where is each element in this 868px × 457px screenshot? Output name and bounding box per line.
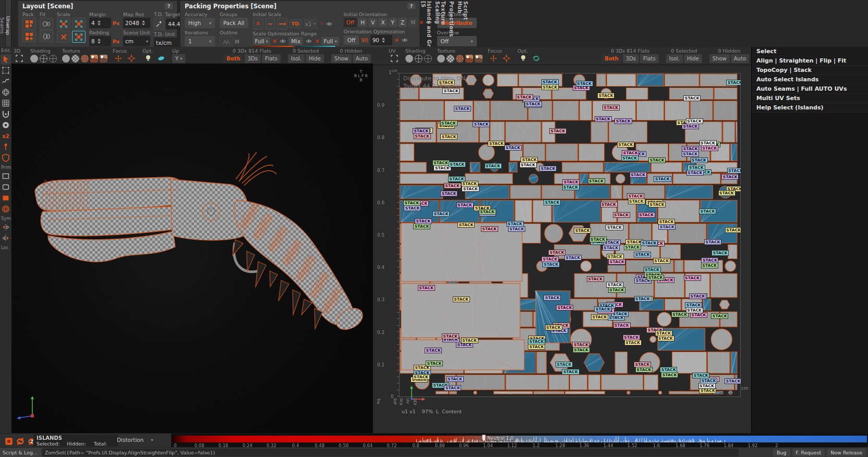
filter-flats-button[interactable]: Flats — [262, 54, 281, 63]
shield-icon[interactable] — [1, 153, 11, 163]
pelt-u-icon[interactable] — [1, 109, 11, 119]
sync-icon[interactable] — [531, 53, 541, 64]
eye-icon[interactable] — [279, 38, 286, 45]
help-icon[interactable]: ? — [407, 3, 415, 9]
eyedropper-icon[interactable] — [154, 18, 164, 30]
focus-all-icon[interactable] — [126, 53, 137, 64]
orientation-z-button[interactable]: Z — [398, 18, 407, 27]
filter-3ds-button[interactable]: 3Ds — [623, 54, 639, 63]
eye-icon[interactable] — [305, 38, 312, 45]
scale-spread-icon[interactable] — [277, 18, 287, 30]
image-texture-icon[interactable] — [90, 55, 98, 63]
clear-icon[interactable]: ✕ — [394, 37, 399, 44]
menu-item-select[interactable]: Select — [752, 47, 868, 56]
orientation-v-button[interactable]: V — [368, 18, 377, 27]
pack-icon[interactable] — [22, 18, 36, 30]
image-texture-icon[interactable] — [465, 55, 473, 63]
dock-tab-script-hub[interactable]: Script Hub — [457, 1, 468, 32]
filter-hide-button[interactable]: Hide — [306, 54, 324, 63]
range-right-dropdown[interactable]: Full ▾ — [321, 37, 339, 45]
sync-islands-icon[interactable] — [15, 436, 26, 447]
3d-model-canvas[interactable] — [11, 64, 373, 433]
clear-icon[interactable]: ✕ — [315, 38, 319, 45]
wire-shaded-icon[interactable] — [424, 55, 432, 63]
margin-input[interactable]: 4 — [89, 18, 111, 28]
filter-isol-button[interactable]: Isol. — [288, 54, 305, 63]
orientation-off-button[interactable]: Off — [344, 35, 359, 45]
script-log-tab[interactable]: Script & Log... — [0, 448, 43, 457]
eye-icon[interactable] — [401, 36, 408, 44]
globe-icon[interactable] — [1, 204, 11, 214]
channel-dropdown[interactable]: Distortion▾ — [117, 437, 153, 443]
matcap-icon[interactable] — [156, 53, 166, 64]
orientation-y-button[interactable]: Y — [389, 18, 397, 27]
grid-texture-icon[interactable] — [456, 55, 464, 63]
clear-icon[interactable]: ✕ — [319, 20, 324, 27]
mix-button[interactable]: Mix — [288, 37, 303, 45]
scale-average-icon[interactable]: ~ — [265, 18, 275, 30]
scale-1to1-selected-icon[interactable]: 1:1 — [72, 31, 86, 43]
marquee-icon[interactable] — [1, 65, 11, 76]
checker-texture-icon[interactable] — [447, 55, 454, 63]
padding-input[interactable]: 8 — [89, 36, 111, 46]
checker-texture-icon[interactable] — [71, 55, 79, 63]
pin-icon[interactable] — [1, 142, 11, 152]
log-button-f-request[interactable]: F. Request — [792, 449, 825, 456]
dock-tab-projections[interactable]: Projections — [449, 1, 454, 39]
wave-icon[interactable] — [1, 76, 11, 87]
menu-item-topocopy-stack[interactable]: TopoCopy | Stack — [752, 66, 868, 75]
scale-p-icon[interactable]: P — [57, 31, 70, 43]
cursor-icon[interactable] — [1, 54, 11, 65]
pelt-o-icon[interactable] — [1, 120, 11, 130]
frame-select-icon[interactable] — [14, 53, 25, 64]
frame-select-icon[interactable] — [389, 53, 400, 64]
scene-unit-dropdown[interactable]: cm ▾ — [123, 36, 150, 46]
sphere-icon[interactable] — [1, 87, 11, 97]
filter-both-button[interactable]: Both — [223, 54, 243, 63]
focus-all-icon[interactable] — [501, 53, 512, 64]
filter-show-button[interactable]: Show — [331, 54, 352, 63]
menu-item-multi-uv-sets[interactable]: Multi UV Sets — [752, 94, 868, 103]
snap-angle[interactable]: 90 — [361, 37, 368, 43]
no-texture-icon[interactable] — [62, 55, 70, 63]
focus-selection-icon[interactable] — [488, 53, 499, 64]
no-texture-icon[interactable] — [437, 55, 445, 63]
grid-texture-icon[interactable] — [81, 55, 89, 63]
mirror-h-icon[interactable] — [1, 222, 11, 232]
mirror-v-icon[interactable] — [1, 233, 11, 243]
orientation-off-button[interactable]: Off — [344, 18, 357, 27]
tab-unwrap[interactable]: Unwrap — [6, 0, 11, 49]
orientation-h-button[interactable]: H — [358, 18, 367, 27]
wireframe-icon[interactable] — [415, 55, 423, 63]
net-icon[interactable] — [1, 98, 11, 108]
filter-isol-button[interactable]: Isol. — [666, 54, 683, 63]
menu-item-auto-seams-full-auto-uvs[interactable]: Auto Seams | Full AUTO UVs — [752, 84, 868, 94]
map-rez-input[interactable]: 2048 — [123, 18, 150, 28]
wire-shaded-icon[interactable] — [49, 55, 57, 63]
focus-selection-icon[interactable] — [113, 53, 124, 64]
view-cube[interactable]: TB L F RB — [354, 70, 368, 82]
menu-item-help-select-islands[interactable]: Help Select (Islands) — [752, 103, 868, 113]
image-texture-2-icon[interactable] — [100, 55, 107, 63]
dock-tab-texture-scaling[interactable]: Texture Scaling — [435, 1, 446, 49]
filter-flats-button[interactable]: Flats — [640, 54, 659, 63]
filter-3ds-button[interactable]: 3Ds — [245, 54, 261, 63]
outline-icon[interactable] — [220, 36, 233, 48]
clear-icon[interactable]: ✕ — [272, 38, 277, 45]
filter-show-button[interactable]: Show — [709, 54, 730, 63]
menu-item-auto-select-islands[interactable]: Auto Select Islands — [752, 75, 868, 84]
log-button-new-release[interactable]: New Release — [827, 449, 866, 456]
light-icon[interactable] — [143, 53, 153, 64]
orientation-m-button[interactable]: M — [408, 18, 418, 27]
scale-x-icon[interactable]: ✕ — [253, 18, 263, 30]
accuracy-dropdown[interactable]: High▾ — [185, 18, 215, 28]
angle-input[interactable]: 90 — [370, 35, 392, 45]
mult-dropdown[interactable]: x1 ▾ — [303, 19, 318, 29]
menu-item-align-straighten-flip-fit[interactable]: Align | Straighten | Flip | Fit — [752, 56, 868, 66]
range-left-dropdown[interactable]: Full ▾ — [253, 37, 270, 45]
rect-round-icon[interactable] — [1, 182, 11, 192]
shaded-icon[interactable] — [30, 55, 38, 63]
up-axis-dropdown[interactable]: Y ▾ — [172, 54, 185, 63]
pack-all-button[interactable]: Pack All — [220, 18, 248, 28]
shaded-icon[interactable] — [405, 55, 413, 63]
